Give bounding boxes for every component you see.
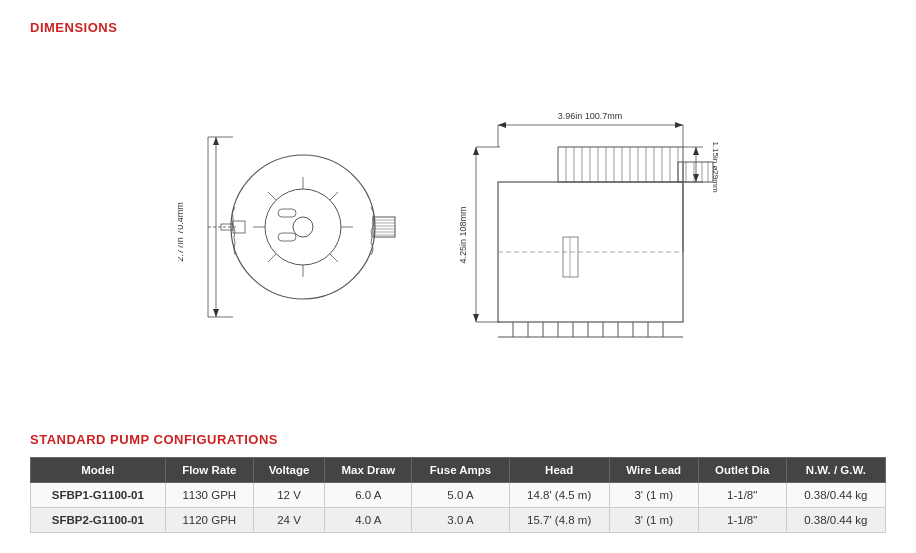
- svg-line-16: [330, 192, 338, 200]
- table-section: STANDARD PUMP CONFIGURATIONS Model Flow …: [30, 432, 886, 533]
- col-outlet-dia: Outlet Dia: [698, 458, 786, 483]
- cell-row1-col4: 3.0 A: [412, 508, 509, 533]
- svg-point-8: [231, 155, 375, 299]
- cell-row0-col5: 14.8' (4.5 m): [509, 483, 609, 508]
- cell-row1-col0: SFBP2-G1100-01: [31, 508, 166, 533]
- svg-marker-44: [473, 314, 479, 322]
- col-fuse-amps: Fuse Amps: [412, 458, 509, 483]
- cell-row1-col8: 0.38/0.44 kg: [786, 508, 885, 533]
- col-flow-rate: Flow Rate: [165, 458, 253, 483]
- cell-row0-col7: 1-1/8": [698, 483, 786, 508]
- col-nw-gw: N.W. / G.W.: [786, 458, 885, 483]
- col-model: Model: [31, 458, 166, 483]
- svg-line-18: [330, 254, 338, 262]
- svg-rect-82: [563, 237, 578, 277]
- svg-text:2.77in 70.4mm: 2.77in 70.4mm: [178, 202, 185, 262]
- table-row: SFBP2-G1100-011120 GPH24 V4.0 A3.0 A15.7…: [31, 508, 886, 533]
- col-head: Head: [509, 458, 609, 483]
- col-voltage: Voltage: [253, 458, 324, 483]
- svg-marker-5: [213, 137, 219, 145]
- svg-marker-43: [473, 147, 479, 155]
- cell-row0-col8: 0.38/0.44 kg: [786, 483, 885, 508]
- svg-marker-31: [498, 122, 506, 128]
- cell-row0-col3: 6.0 A: [325, 483, 412, 508]
- svg-rect-19: [278, 209, 296, 217]
- svg-text:4.25in  108mm: 4.25in 108mm: [458, 206, 468, 263]
- cell-row0-col1: 1130 GPH: [165, 483, 253, 508]
- cell-row1-col3: 4.0 A: [325, 508, 412, 533]
- col-wire-lead: Wire Lead: [609, 458, 698, 483]
- cell-row0-col6: 3' (1 m): [609, 483, 698, 508]
- cell-row1-col5: 15.7' (4.8 m): [509, 508, 609, 533]
- svg-marker-6: [213, 309, 219, 317]
- right-diagram-svg: 3.96in 100.7mm 1.15in ø29mm: [458, 107, 738, 357]
- svg-marker-32: [675, 122, 683, 128]
- configurations-title: STANDARD PUMP CONFIGURATIONS: [30, 432, 886, 447]
- left-diagram: 2.77in 70.4mm: [178, 117, 398, 350]
- svg-rect-20: [278, 233, 296, 241]
- cell-row1-col6: 3' (1 m): [609, 508, 698, 533]
- left-diagram-svg: 2.77in 70.4mm: [178, 117, 398, 347]
- cell-row1-col2: 24 V: [253, 508, 324, 533]
- table-row: SFBP1-G1100-011130 GPH12 V6.0 A5.0 A14.8…: [31, 483, 886, 508]
- svg-rect-48: [558, 147, 683, 182]
- cell-row1-col1: 1120 GPH: [165, 508, 253, 533]
- cell-row1-col7: 1-1/8": [698, 508, 786, 533]
- pump-table: Model Flow Rate Voltage Max Draw Fuse Am…: [30, 457, 886, 533]
- cell-row0-col2: 12 V: [253, 483, 324, 508]
- svg-line-17: [268, 254, 276, 262]
- diagrams-container: 2.77in 70.4mm: [30, 45, 886, 422]
- dimensions-title: DIMENSIONS: [30, 20, 886, 35]
- svg-text:3.96in  100.7mm: 3.96in 100.7mm: [558, 111, 623, 121]
- svg-point-9: [265, 189, 341, 265]
- cell-row0-col4: 5.0 A: [412, 483, 509, 508]
- table-header-row: Model Flow Rate Voltage Max Draw Fuse Am…: [31, 458, 886, 483]
- svg-marker-37: [693, 147, 699, 155]
- right-diagram: 3.96in 100.7mm 1.15in ø29mm: [458, 107, 738, 360]
- svg-point-10: [293, 217, 313, 237]
- cell-row0-col0: SFBP1-G1100-01: [31, 483, 166, 508]
- svg-text:1.15in ø29mm: 1.15in ø29mm: [711, 141, 720, 192]
- col-max-draw: Max Draw: [325, 458, 412, 483]
- svg-line-15: [268, 192, 276, 200]
